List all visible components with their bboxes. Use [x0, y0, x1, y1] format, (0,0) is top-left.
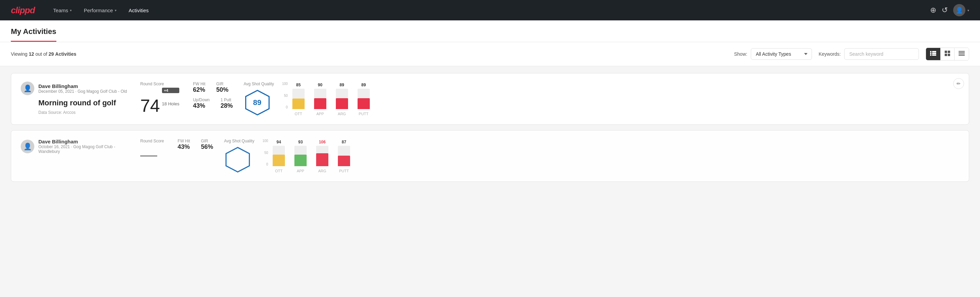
add-button[interactable]: ⊕	[930, 6, 936, 14]
gir-value: 56%	[201, 144, 213, 150]
bar-arg: 89 ARG	[336, 83, 348, 116]
refresh-icon: ↺	[942, 6, 948, 14]
avg-shot-quality-label: Avg Shot Quality	[224, 139, 255, 144]
fw-hit-label: FW Hit	[193, 81, 205, 86]
viewing-count-text: Viewing 12 out of 29 Activities	[11, 51, 727, 57]
keywords-label: Keywords:	[819, 51, 841, 57]
user-date: October 16, 2021 · Gog Magog Golf Club -…	[38, 144, 129, 154]
bar-putt: 89 PUTT	[358, 83, 370, 116]
updown-value: 43%	[193, 102, 210, 109]
mini-stats: FW Hit 43% GIR 56%	[178, 139, 213, 150]
card-left-info: 👤 Dave Billingham December 05, 2021 · Go…	[21, 81, 129, 115]
round-score-value	[140, 145, 157, 156]
compact-view-button[interactable]	[955, 48, 969, 60]
navbar: clippd Teams ▾ Performance ▾ Activities …	[0, 0, 980, 21]
show-label: Show:	[734, 51, 748, 57]
avatar: 👤	[21, 140, 34, 153]
round-score-value: 74	[140, 97, 160, 115]
y-label-100: 100	[282, 82, 288, 86]
chevron-down-icon: ▾	[70, 8, 72, 12]
list-view-icon	[930, 51, 936, 57]
gir-label: GIR	[216, 81, 229, 86]
grid-view-icon	[945, 51, 950, 57]
svg-rect-12	[959, 54, 965, 54]
y-label-100: 100	[262, 139, 268, 143]
user-avatar-button[interactable]: 👤 ▾	[953, 4, 969, 16]
person-icon: 👤	[24, 142, 32, 150]
bar-ott: 85 OTT	[293, 83, 305, 116]
svg-marker-15	[226, 147, 249, 172]
add-icon: ⊕	[930, 6, 936, 14]
svg-rect-6	[945, 51, 947, 53]
y-label-50: 50	[264, 151, 268, 155]
bar-chart: 100 50 0 85 OTT 90	[282, 82, 959, 116]
oneputt-label: 1 Putt	[221, 97, 233, 102]
nav-teams[interactable]: Teams ▾	[49, 5, 76, 16]
logo: clippd	[11, 5, 35, 16]
avg-shot-quality-section: Avg Shot Quality 100 50 0	[224, 139, 959, 173]
avatar: 👤	[21, 81, 34, 95]
round-score-label: Round Score	[140, 139, 164, 144]
page-header: My Activities	[0, 21, 980, 42]
round-score-group: Round Score	[140, 139, 164, 156]
bar-app: 93 APP	[294, 140, 307, 173]
svg-rect-3	[932, 53, 936, 54]
svg-rect-5	[932, 54, 936, 56]
bar-putt: 87 PUTT	[338, 140, 350, 173]
hexagon-badge	[224, 146, 251, 173]
svg-rect-10	[959, 51, 965, 52]
activity-card: 👤 Dave Billingham October 16, 2021 · Gog…	[11, 130, 969, 182]
user-row: 👤 Dave Billingham December 05, 2021 · Go…	[21, 81, 129, 95]
round-score-label: Round Score	[140, 81, 179, 86]
svg-rect-11	[959, 52, 965, 53]
mini-stats: FW Hit 62% GIR 50% Up/Down 43% 1 Putt	[193, 81, 232, 109]
user-date: December 05, 2021 · Gog Magog Golf Club …	[38, 89, 127, 94]
score-holes: 18 Holes	[162, 101, 179, 106]
avatar: 👤	[953, 4, 966, 16]
refresh-button[interactable]: ↺	[942, 6, 948, 14]
activity-type-select[interactable]: All Activity Types	[751, 48, 812, 60]
bar-ott: 94 OTT	[273, 140, 285, 173]
gir-label: GIR	[201, 139, 213, 144]
svg-rect-1	[932, 51, 936, 52]
avg-shot-quality-section: Avg Shot Quality 89 100 50 0	[244, 81, 959, 116]
nav-performance[interactable]: Performance ▾	[79, 5, 121, 16]
person-icon: 👤	[24, 84, 32, 93]
user-row: 👤 Dave Billingham October 16, 2021 · Gog…	[21, 139, 129, 154]
view-toggle-group	[926, 48, 969, 61]
bar-chart: 100 50 0 94 OTT 93	[262, 139, 959, 173]
y-label-50: 50	[284, 94, 288, 97]
filter-bar: Viewing 12 out of 29 Activities Show: Al…	[0, 42, 980, 66]
data-source: Data Source: Arccos	[38, 110, 129, 115]
page-title: My Activities	[11, 27, 56, 42]
bar-arg: 106 ARG	[316, 140, 328, 173]
card-stats: Round Score FW Hit 43% GIR 56%	[140, 139, 213, 156]
card-stats: Round Score 74 +4 18 Holes FW Hit 62%	[140, 81, 233, 115]
activity-card: ✏ 👤 Dave Billingham December 05, 2021 · …	[11, 73, 969, 125]
svg-rect-7	[948, 51, 950, 53]
updown-label: Up/Down	[193, 97, 210, 102]
oneputt-value: 28%	[221, 102, 233, 109]
search-input[interactable]	[844, 48, 919, 60]
nav-right: ⊕ ↺ 👤 ▾	[930, 4, 969, 16]
list-view-button[interactable]	[926, 48, 940, 60]
svg-rect-0	[930, 51, 931, 52]
svg-rect-13	[959, 55, 965, 56]
fw-hit-label: FW Hit	[178, 139, 190, 144]
round-score-group: Round Score 74 +4 18 Holes	[140, 81, 179, 115]
keyword-filter-group: Keywords:	[819, 48, 919, 60]
svg-rect-8	[945, 54, 947, 56]
score-badge: +4	[162, 88, 179, 93]
svg-rect-4	[930, 54, 931, 56]
fw-hit-value: 43%	[178, 144, 190, 150]
hexagon-badge: 89	[244, 89, 271, 116]
grid-view-button[interactable]	[940, 48, 955, 60]
user-name: Dave Billingham	[38, 83, 127, 89]
nav-activities[interactable]: Activities	[124, 5, 153, 16]
show-filter-group: Show: All Activity Types	[734, 48, 812, 60]
chevron-down-icon: ▾	[967, 8, 969, 12]
avg-shot-quality-label: Avg Shot Quality	[244, 81, 274, 86]
compact-view-icon	[959, 51, 965, 57]
bar-app: 90 APP	[314, 83, 326, 116]
svg-rect-2	[930, 53, 931, 54]
